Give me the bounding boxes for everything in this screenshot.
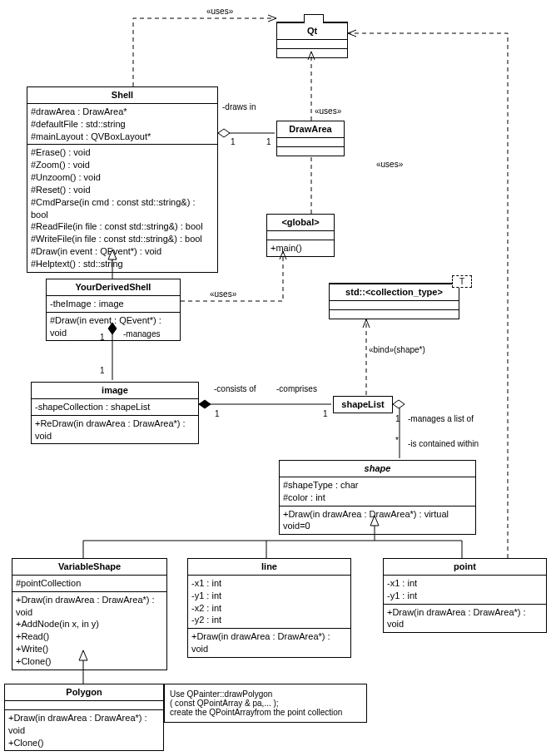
ops: #Erase() : void#Zoom() : void#Unzoom() :… bbox=[27, 144, 217, 271]
class-name: Qt bbox=[277, 22, 347, 39]
class-global: <global> +main() bbox=[266, 214, 335, 257]
class-name: YourDerivedShell bbox=[47, 279, 180, 295]
attrs: #pointCollection bbox=[12, 575, 166, 591]
class-name: shapeList bbox=[334, 397, 392, 413]
attrs: -theImage : image bbox=[47, 295, 180, 312]
class-polygon: Polygon +Draw(in drawArea : DrawArea*) :… bbox=[4, 684, 164, 751]
attrs: -x1 : int-y1 : int bbox=[384, 575, 546, 604]
label-star: * bbox=[395, 436, 399, 445]
attrs: #shapeType : char#color : int bbox=[280, 477, 475, 506]
class-point: point -x1 : int-y1 : int +Draw(in drawAr… bbox=[383, 558, 547, 633]
class-name: Shell bbox=[27, 87, 217, 103]
attrs: -shapeCollection : shapeList bbox=[32, 398, 198, 415]
class-shapelist: shapeList bbox=[333, 396, 393, 413]
class-name: VariableShape bbox=[12, 559, 166, 575]
label-one: 1 bbox=[323, 409, 328, 418]
template-param: T bbox=[452, 275, 472, 288]
label-uses: «uses» bbox=[376, 160, 403, 169]
label-one: 1 bbox=[395, 414, 400, 423]
class-name: line bbox=[188, 559, 350, 575]
class-name: DrawArea bbox=[277, 121, 344, 137]
class-image: image -shapeCollection : shapeList +ReDr… bbox=[31, 382, 199, 444]
attrs: -x1 : int-y1 : int-x2 : int-y2 : int bbox=[188, 575, 350, 628]
note-line: ( const QPointArray & pa,... ); bbox=[170, 699, 361, 708]
class-drawarea: DrawArea bbox=[276, 121, 345, 156]
comment-note: Use QPainter::drawPolygon ( const QPoint… bbox=[164, 684, 367, 723]
label-one: 1 bbox=[231, 137, 236, 146]
label-comprises: -comprises bbox=[276, 384, 317, 393]
class-shell: Shell #drawArea : DrawArea*#defaultFile … bbox=[27, 86, 218, 273]
class-collection-type: T std::<collection_type> bbox=[329, 283, 459, 319]
class-qt: Qt bbox=[276, 22, 348, 58]
class-yourderivedshell: YourDerivedShell -theImage : image #Draw… bbox=[46, 279, 181, 341]
ops: +Draw(in drawArea : DrawArea*) : void bbox=[384, 604, 546, 633]
class-variableshape: VariableShape #pointCollection +Draw(in … bbox=[12, 558, 167, 670]
ops: +main() bbox=[267, 240, 334, 256]
note-line: create the QPointArrayfrom the point col… bbox=[170, 708, 361, 717]
class-name: shape bbox=[280, 461, 475, 477]
label-bind: «bind»(shape*) bbox=[369, 345, 425, 354]
class-name: <global> bbox=[267, 215, 334, 230]
ops: +Draw(in drawArea : DrawArea*) : void bbox=[188, 628, 350, 657]
label-one: 1 bbox=[100, 366, 105, 375]
ops: +Draw(in drawArea : DrawArea*) : void+Cl… bbox=[5, 709, 163, 751]
ops: +ReDraw(in drawArea : DrawArea*) : void bbox=[32, 415, 198, 444]
class-shape: shape #shapeType : char#color : int +Dra… bbox=[279, 460, 476, 535]
ops: +Draw(in drawArea : DrawArea*) : void+Ad… bbox=[12, 591, 166, 670]
label-one: 1 bbox=[215, 409, 220, 418]
label-one: 1 bbox=[266, 137, 271, 146]
label-uses: «uses» bbox=[206, 7, 233, 16]
ops: +Draw(in drawArea : DrawArea*) : virtual… bbox=[280, 506, 475, 535]
class-name: image bbox=[32, 383, 198, 398]
package-tab-icon bbox=[304, 14, 324, 23]
attrs: #drawArea : DrawArea*#defaultFile : std:… bbox=[27, 103, 217, 145]
label-uses: «uses» bbox=[210, 289, 236, 299]
label-manages: -manages bbox=[123, 329, 160, 338]
class-name: std::<collection_type> bbox=[330, 284, 459, 300]
label-drawsin: -draws in bbox=[222, 102, 256, 111]
class-line: line -x1 : int-y1 : int-x2 : int-y2 : in… bbox=[187, 558, 351, 658]
class-name: point bbox=[384, 559, 546, 575]
label-containedwithin: -is contained within bbox=[408, 439, 479, 448]
label-consistsof: -consists of bbox=[214, 384, 256, 393]
class-name: Polygon bbox=[5, 684, 163, 700]
label-uses: «uses» bbox=[315, 106, 341, 116]
label-one: 1 bbox=[100, 333, 105, 342]
note-line: Use QPainter::drawPolygon bbox=[170, 689, 361, 699]
label-managesalist: -manages a list of bbox=[408, 414, 474, 423]
note-fold-icon bbox=[359, 684, 366, 692]
